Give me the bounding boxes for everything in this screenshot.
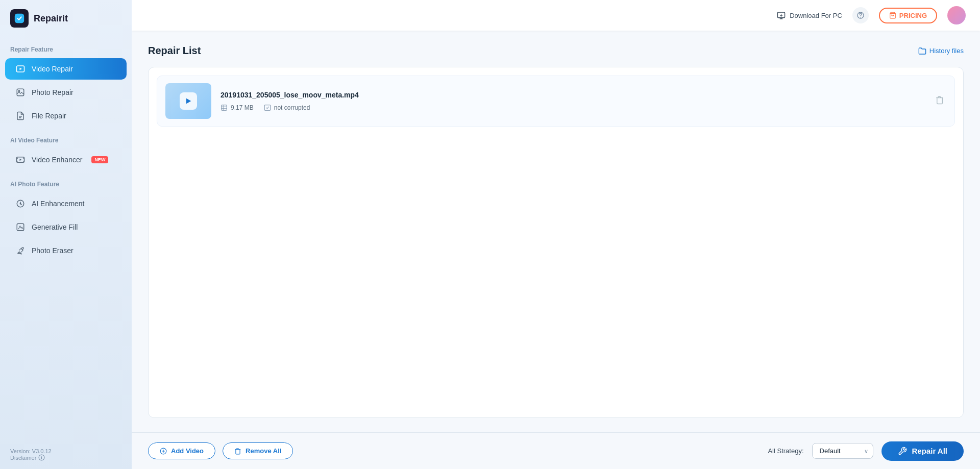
file-repair-icon bbox=[15, 111, 26, 121]
sidebar-item-video-repair[interactable]: Video Repair bbox=[5, 58, 127, 80]
svg-point-15 bbox=[41, 456, 42, 456]
repair-icon bbox=[898, 447, 907, 456]
sidebar-item-file-repair[interactable]: File Repair bbox=[5, 105, 127, 127]
video-repair-label: Video Repair bbox=[32, 65, 73, 73]
video-enhancer-icon bbox=[15, 155, 26, 165]
version-text: Version: V3.0.12 bbox=[10, 448, 121, 454]
info-icon bbox=[38, 454, 45, 461]
disclaimer-link[interactable]: Disclaimer bbox=[10, 454, 121, 461]
bottom-right-actions: All Strategy: Default Repair All bbox=[768, 441, 964, 461]
file-size-icon bbox=[220, 104, 228, 111]
file-status-item: not corrupted bbox=[264, 104, 310, 111]
file-size-item: 9.17 MB bbox=[220, 104, 254, 111]
app-logo: Repairit bbox=[0, 0, 132, 37]
download-label: Download For PC bbox=[790, 12, 842, 19]
svg-marker-22 bbox=[186, 98, 191, 104]
strategy-select-wrapper: Default bbox=[812, 443, 873, 459]
status-icon bbox=[264, 104, 271, 111]
history-files-label: History files bbox=[929, 47, 964, 55]
video-enhancer-label: Video Enhancer bbox=[32, 156, 82, 164]
strategy-label: All Strategy: bbox=[768, 447, 803, 455]
trash-icon bbox=[935, 95, 944, 105]
disclaimer-label: Disclaimer bbox=[10, 455, 36, 461]
pricing-button[interactable]: PRICING bbox=[879, 8, 937, 23]
file-repair-label: File Repair bbox=[32, 112, 66, 120]
delete-file-btn[interactable] bbox=[933, 93, 946, 109]
generative-fill-label: Generative Fill bbox=[32, 223, 78, 231]
add-icon bbox=[160, 448, 167, 455]
ai-enhancement-icon bbox=[15, 199, 26, 209]
sidebar: Repairit Repair Feature Video Repair Pho… bbox=[0, 0, 132, 469]
photo-eraser-icon bbox=[15, 245, 26, 256]
svg-marker-2 bbox=[20, 68, 22, 70]
sidebar-item-photo-repair[interactable]: Photo Repair bbox=[5, 82, 127, 103]
trash-all-icon bbox=[234, 448, 241, 455]
repair-list-title: Repair List bbox=[148, 45, 201, 57]
photo-repair-label: Photo Repair bbox=[32, 88, 74, 96]
sidebar-item-photo-eraser[interactable]: Photo Eraser bbox=[5, 240, 127, 261]
history-files-btn[interactable]: History files bbox=[918, 47, 964, 55]
table-row: 20191031_205005_lose_moov_meta.mp4 9.17 … bbox=[157, 76, 955, 127]
add-video-label: Add Video bbox=[171, 447, 204, 455]
file-info: 20191031_205005_lose_moov_meta.mp4 9.17 … bbox=[220, 91, 924, 111]
help-btn[interactable] bbox=[852, 7, 869, 23]
remove-all-button[interactable]: Remove All bbox=[223, 442, 293, 459]
logo-icon bbox=[10, 9, 29, 28]
svg-point-12 bbox=[22, 248, 24, 250]
sidebar-item-generative-fill[interactable]: Generative Fill bbox=[5, 216, 127, 238]
svg-point-9 bbox=[20, 203, 21, 205]
sidebar-item-video-enhancer[interactable]: Video Enhancer NEW bbox=[5, 149, 127, 170]
main-area: Download For PC PRICING Repair List bbox=[132, 0, 980, 469]
repair-feature-section-label: Repair Feature bbox=[0, 37, 132, 57]
generative-fill-icon bbox=[15, 222, 26, 232]
headset-icon bbox=[856, 11, 865, 19]
file-status: not corrupted bbox=[274, 104, 310, 111]
folder-icon bbox=[918, 47, 926, 55]
ai-enhancement-label: AI Enhancement bbox=[32, 200, 85, 208]
pricing-label: PRICING bbox=[899, 12, 927, 19]
svg-rect-23 bbox=[222, 105, 227, 111]
photo-repair-icon bbox=[15, 87, 26, 97]
file-name: 20191031_205005_lose_moov_meta.mp4 bbox=[220, 91, 924, 99]
strategy-select[interactable]: Default bbox=[812, 443, 873, 459]
content-header: Repair List History files bbox=[148, 45, 964, 57]
svg-point-4 bbox=[18, 90, 20, 92]
bottom-bar: Add Video Remove All All Strategy: Defau… bbox=[132, 432, 980, 469]
file-size: 9.17 MB bbox=[231, 104, 254, 111]
new-badge: NEW bbox=[91, 156, 108, 163]
svg-point-20 bbox=[860, 17, 861, 18]
svg-rect-27 bbox=[264, 105, 271, 111]
add-video-button[interactable]: Add Video bbox=[148, 442, 215, 459]
svg-rect-0 bbox=[15, 14, 24, 23]
user-avatar[interactable] bbox=[947, 6, 966, 24]
svg-rect-3 bbox=[17, 89, 24, 96]
download-for-pc-btn[interactable]: Download For PC bbox=[777, 11, 842, 20]
repair-list-container: 20191031_205005_lose_moov_meta.mp4 9.17 … bbox=[148, 67, 964, 418]
file-meta: 9.17 MB not corrupted bbox=[220, 104, 924, 111]
photo-eraser-label: Photo Eraser bbox=[32, 246, 74, 255]
sidebar-item-ai-enhancement[interactable]: AI Enhancement bbox=[5, 193, 127, 214]
cart-icon bbox=[889, 12, 896, 19]
sidebar-footer: Version: V3.0.12 Disclaimer bbox=[0, 440, 132, 469]
play-icon bbox=[184, 97, 192, 105]
bottom-left-actions: Add Video Remove All bbox=[148, 442, 293, 459]
remove-all-label: Remove All bbox=[246, 447, 281, 455]
ai-video-section-label: AI Video Feature bbox=[0, 128, 132, 148]
ai-photo-section-label: AI Photo Feature bbox=[0, 171, 132, 192]
file-thumbnail bbox=[165, 83, 211, 119]
repair-all-button[interactable]: Repair All bbox=[881, 441, 964, 461]
monitor-icon bbox=[777, 11, 786, 20]
repair-all-label: Repair All bbox=[912, 447, 947, 455]
video-repair-icon bbox=[15, 64, 26, 74]
header: Download For PC PRICING bbox=[132, 0, 980, 31]
play-button[interactable] bbox=[180, 92, 197, 110]
content-area: Repair List History files 20191 bbox=[132, 31, 980, 432]
app-name: Repairit bbox=[34, 13, 68, 24]
